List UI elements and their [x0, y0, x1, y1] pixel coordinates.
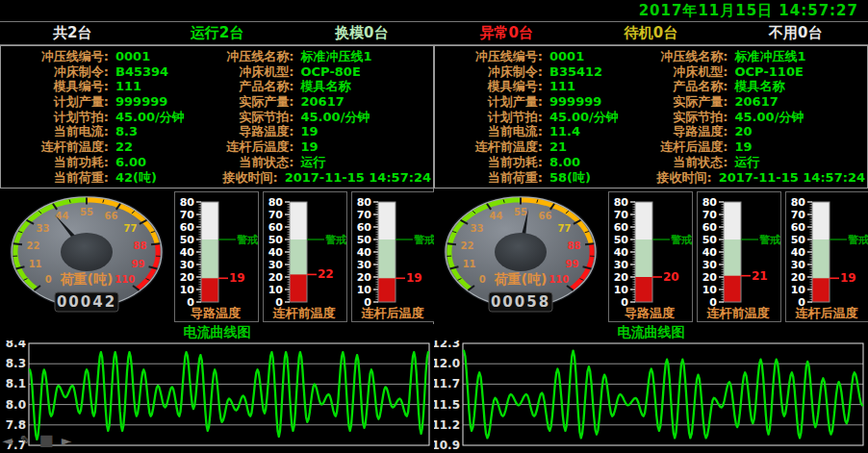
- thermometer-svg: 01020304050607080警戒19导路温度: [175, 192, 258, 321]
- info-label: 冲床机型:: [636, 64, 728, 79]
- info-line: 当前电流:8.3: [3, 124, 198, 138]
- svg-text:00058: 00058: [491, 293, 550, 311]
- info-line: 当前状态:运行: [202, 155, 431, 169]
- info-label: 接收时间:: [202, 170, 278, 185]
- svg-text:40: 40: [268, 246, 284, 259]
- info-line: 实际产量:20617: [636, 94, 865, 109]
- info-line: 当前荷重:42(吨): [3, 170, 198, 185]
- svg-text:70: 70: [791, 209, 806, 221]
- svg-text:80: 80: [357, 196, 372, 209]
- svg-text:80: 80: [268, 196, 284, 209]
- info-value: 19: [301, 124, 319, 138]
- svg-text:55: 55: [80, 207, 93, 217]
- svg-text:12.0: 12.0: [434, 357, 460, 370]
- svg-text:33: 33: [471, 223, 484, 234]
- chart-title: 电流曲线图: [434, 324, 868, 340]
- machine1-load-gauge: 0112233445566778899110荷重(吨)00042: [4, 191, 169, 324]
- svg-text:20: 20: [357, 271, 372, 284]
- info-label: 实际节拍:: [636, 110, 728, 124]
- info-line: 连杆后温度:19: [202, 139, 431, 154]
- info-label: 当前功耗:: [437, 155, 543, 169]
- info-label: 连杆前温度:: [3, 139, 109, 154]
- svg-text:19: 19: [229, 271, 245, 285]
- nav-forward-icon[interactable]: ►: [62, 434, 72, 447]
- svg-text:50: 50: [791, 234, 806, 246]
- info-value: 模具名称: [301, 79, 351, 93]
- svg-text:44: 44: [490, 211, 503, 221]
- info-value: 8.3: [115, 124, 138, 138]
- datetime-display: 2017年11月15日 14:57:27: [639, 2, 858, 20]
- info-value: B45394: [115, 64, 168, 79]
- info-value: 标准冲压线1: [735, 49, 806, 63]
- svg-text:99: 99: [131, 259, 144, 269]
- info-value: 运行: [735, 155, 760, 169]
- gauge-row: 0112233445566778899110荷重(吨)00042 0102030…: [0, 189, 868, 324]
- info-value: 45.00/分钟: [301, 110, 370, 124]
- svg-text:66: 66: [105, 211, 118, 221]
- info-value: 45.00/分钟: [735, 110, 804, 124]
- info-line: 产品名称:模具名称: [202, 79, 431, 93]
- info-value: 模具名称: [735, 79, 785, 93]
- thermometer-svg: 01020304050607080警戒19连杆后温度: [786, 192, 868, 321]
- pencil-icon[interactable]: ✎: [20, 434, 32, 447]
- svg-text:8.3: 8.3: [6, 357, 26, 370]
- info-line: 冲压线编号:0001: [437, 49, 632, 63]
- thermometer-svg: 01020304050607080警戒20导路温度: [609, 192, 692, 321]
- info-line: 连杆后温度:19: [636, 139, 865, 154]
- info-line: 计划节拍:45.00/分钟: [3, 110, 198, 124]
- info-value: B35412: [549, 64, 602, 79]
- info-value: 111: [115, 79, 141, 93]
- info-value: 42(吨): [115, 170, 157, 185]
- svg-text:10: 10: [791, 284, 806, 296]
- svg-text:12.3: 12.3: [434, 340, 460, 350]
- info-line: 当前荷重:58(吨): [437, 170, 632, 185]
- status-mold-change: 换模0台: [290, 24, 434, 42]
- info-label: 当前荷重:: [3, 170, 109, 185]
- svg-text:80: 80: [180, 196, 195, 209]
- info-value: 21: [549, 139, 567, 154]
- svg-text:50: 50: [357, 234, 372, 246]
- machine1-current-chart-block: 电流曲线图 8.48.38.18.07.87.7 ◄✎■►: [0, 324, 434, 453]
- svg-text:00042: 00042: [57, 293, 116, 311]
- info-label: 冲床制令:: [437, 64, 543, 79]
- info-label: 模具编号:: [3, 79, 109, 93]
- info-value: 58(吨): [549, 170, 591, 185]
- machine2-info-col-left: 冲压线编号:0001冲床制令:B35412模具编号:111计划产量:999999…: [435, 48, 634, 186]
- info-label: 产品名称:: [202, 79, 294, 93]
- svg-text:80: 80: [614, 196, 629, 209]
- machine1-thermometers: 01020304050607080警戒19导路温度010203040506070…: [174, 191, 436, 322]
- svg-text:0: 0: [479, 274, 486, 285]
- svg-text:19: 19: [406, 271, 422, 285]
- stop-square-icon[interactable]: ■: [39, 434, 54, 447]
- info-value: 标准冲压线1: [301, 49, 372, 63]
- info-line: 冲压线名称:标准冲压线1: [636, 49, 865, 63]
- svg-text:22: 22: [27, 240, 40, 251]
- info-line: 计划节拍:45.00/分钟: [437, 110, 632, 124]
- svg-text:8.1: 8.1: [6, 377, 26, 390]
- info-line: 实际节拍:45.00/分钟: [202, 110, 431, 124]
- info-value: 111: [549, 79, 575, 93]
- info-label: 当前功耗:: [3, 155, 109, 169]
- svg-text:40: 40: [791, 246, 806, 259]
- svg-text:77: 77: [557, 223, 571, 234]
- nav-back-icon[interactable]: ◄: [2, 434, 13, 447]
- svg-text:80: 80: [791, 196, 806, 209]
- svg-text:88: 88: [568, 240, 581, 251]
- svg-text:连杆后温度: 连杆后温度: [361, 306, 425, 320]
- info-label: 冲床制令:: [3, 64, 109, 79]
- info-value: 0001: [115, 49, 150, 63]
- svg-text:警戒: 警戒: [671, 234, 692, 246]
- svg-text:10: 10: [614, 284, 629, 296]
- info-value: 45.00/分钟: [115, 110, 185, 124]
- load-gauge-svg: 0112233445566778899110荷重(吨)00042: [4, 191, 169, 320]
- info-label: 冲压线名称:: [202, 49, 294, 63]
- info-value: OCP-80E: [301, 64, 361, 79]
- svg-text:60: 60: [268, 221, 284, 234]
- svg-text:88: 88: [134, 240, 147, 251]
- svg-text:20: 20: [180, 271, 195, 284]
- info-label: 连杆前温度:: [437, 139, 543, 154]
- svg-text:连杆前温度: 连杆前温度: [272, 306, 337, 320]
- machine2-info-col-right: 冲压线名称:标准冲压线1冲床机型:OCP-110E产品名称:模具名称实际产量:2…: [634, 48, 867, 186]
- info-label: 接收时间:: [636, 170, 712, 185]
- status-running: 运行2台: [144, 24, 289, 42]
